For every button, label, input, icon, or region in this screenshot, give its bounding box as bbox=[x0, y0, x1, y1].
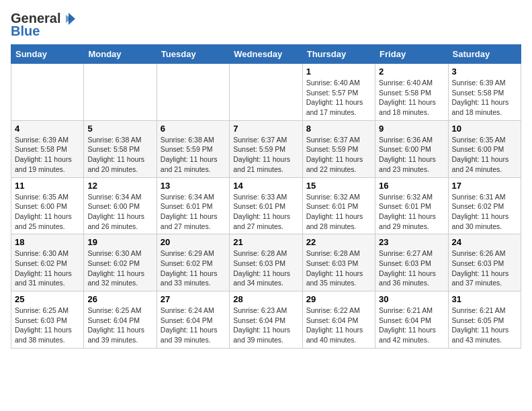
calendar-cell: 18Sunrise: 6:30 AM Sunset: 6:02 PM Dayli… bbox=[11, 234, 84, 291]
calendar-cell: 12Sunrise: 6:34 AM Sunset: 6:00 PM Dayli… bbox=[84, 177, 157, 234]
day-number: 28 bbox=[233, 294, 298, 304]
column-header-monday: Monday bbox=[84, 45, 157, 64]
day-info: Sunrise: 6:36 AM Sunset: 6:00 PM Dayligh… bbox=[379, 135, 444, 175]
calendar-cell: 30Sunrise: 6:21 AM Sunset: 6:04 PM Dayli… bbox=[375, 291, 448, 349]
day-info: Sunrise: 6:38 AM Sunset: 5:59 PM Dayligh… bbox=[161, 135, 226, 175]
calendar-cell: 21Sunrise: 6:28 AM Sunset: 6:03 PM Dayli… bbox=[230, 234, 302, 291]
calendar-cell: 23Sunrise: 6:27 AM Sunset: 6:03 PM Dayli… bbox=[375, 234, 448, 291]
day-number: 7 bbox=[233, 124, 298, 134]
day-info: Sunrise: 6:39 AM Sunset: 5:58 PM Dayligh… bbox=[15, 135, 80, 175]
calendar-cell bbox=[11, 64, 84, 121]
calendar-cell: 2Sunrise: 6:40 AM Sunset: 5:58 PM Daylig… bbox=[375, 64, 448, 121]
calendar-cell: 4Sunrise: 6:39 AM Sunset: 5:58 PM Daylig… bbox=[11, 120, 84, 177]
calendar-cell: 24Sunrise: 6:26 AM Sunset: 6:03 PM Dayli… bbox=[448, 234, 521, 291]
day-info: Sunrise: 6:40 AM Sunset: 5:57 PM Dayligh… bbox=[306, 78, 371, 118]
logo: General Blue bbox=[11, 11, 77, 39]
day-info: Sunrise: 6:40 AM Sunset: 5:58 PM Dayligh… bbox=[379, 78, 444, 118]
day-info: Sunrise: 6:32 AM Sunset: 6:01 PM Dayligh… bbox=[379, 192, 444, 232]
calendar-cell: 5Sunrise: 6:38 AM Sunset: 5:58 PM Daylig… bbox=[84, 120, 157, 177]
day-number: 16 bbox=[379, 181, 444, 191]
day-number: 11 bbox=[15, 181, 80, 191]
day-number: 9 bbox=[379, 124, 444, 134]
calendar-week-row: 25Sunrise: 6:25 AM Sunset: 6:03 PM Dayli… bbox=[11, 291, 521, 349]
calendar-cell: 25Sunrise: 6:25 AM Sunset: 6:03 PM Dayli… bbox=[11, 291, 84, 349]
day-info: Sunrise: 6:31 AM Sunset: 6:02 PM Dayligh… bbox=[452, 192, 517, 232]
day-number: 27 bbox=[161, 294, 226, 304]
calendar-cell: 29Sunrise: 6:22 AM Sunset: 6:04 PM Dayli… bbox=[302, 291, 375, 349]
day-info: Sunrise: 6:25 AM Sunset: 6:03 PM Dayligh… bbox=[15, 306, 80, 345]
day-number: 25 bbox=[15, 294, 80, 304]
day-info: Sunrise: 6:35 AM Sunset: 6:00 PM Dayligh… bbox=[15, 192, 80, 232]
day-info: Sunrise: 6:29 AM Sunset: 6:02 PM Dayligh… bbox=[161, 248, 226, 288]
calendar-cell: 28Sunrise: 6:23 AM Sunset: 6:04 PM Dayli… bbox=[230, 291, 302, 349]
day-number: 29 bbox=[306, 294, 371, 304]
day-info: Sunrise: 6:28 AM Sunset: 6:03 PM Dayligh… bbox=[233, 248, 298, 288]
calendar-cell: 6Sunrise: 6:38 AM Sunset: 5:59 PM Daylig… bbox=[157, 120, 229, 177]
day-number: 19 bbox=[87, 237, 152, 247]
calendar-week-row: 11Sunrise: 6:35 AM Sunset: 6:00 PM Dayli… bbox=[11, 177, 521, 234]
day-info: Sunrise: 6:30 AM Sunset: 6:02 PM Dayligh… bbox=[15, 248, 80, 288]
day-number: 14 bbox=[233, 181, 298, 191]
calendar-cell: 8Sunrise: 6:37 AM Sunset: 5:59 PM Daylig… bbox=[302, 120, 375, 177]
day-number: 15 bbox=[306, 181, 371, 191]
day-info: Sunrise: 6:30 AM Sunset: 6:02 PM Dayligh… bbox=[87, 248, 152, 288]
column-header-wednesday: Wednesday bbox=[230, 45, 302, 64]
calendar-cell: 9Sunrise: 6:36 AM Sunset: 6:00 PM Daylig… bbox=[375, 120, 448, 177]
day-number: 1 bbox=[306, 66, 371, 77]
day-number: 2 bbox=[379, 66, 444, 77]
day-info: Sunrise: 6:34 AM Sunset: 6:00 PM Dayligh… bbox=[87, 192, 152, 232]
calendar-week-row: 4Sunrise: 6:39 AM Sunset: 5:58 PM Daylig… bbox=[11, 120, 521, 177]
day-number: 21 bbox=[233, 237, 298, 247]
day-number: 30 bbox=[379, 294, 444, 304]
day-info: Sunrise: 6:34 AM Sunset: 6:01 PM Dayligh… bbox=[161, 192, 226, 232]
day-number: 4 bbox=[15, 124, 80, 134]
day-number: 13 bbox=[161, 181, 226, 191]
calendar-cell: 10Sunrise: 6:35 AM Sunset: 6:00 PM Dayli… bbox=[448, 120, 521, 177]
calendar-cell: 11Sunrise: 6:35 AM Sunset: 6:00 PM Dayli… bbox=[11, 177, 84, 234]
day-number: 18 bbox=[15, 237, 80, 247]
day-info: Sunrise: 6:21 AM Sunset: 6:04 PM Dayligh… bbox=[379, 306, 444, 345]
day-info: Sunrise: 6:33 AM Sunset: 6:01 PM Dayligh… bbox=[233, 192, 298, 232]
day-number: 26 bbox=[87, 294, 152, 304]
day-info: Sunrise: 6:39 AM Sunset: 5:58 PM Dayligh… bbox=[452, 78, 517, 118]
day-number: 5 bbox=[87, 124, 152, 134]
calendar-cell: 1Sunrise: 6:40 AM Sunset: 5:57 PM Daylig… bbox=[302, 64, 375, 121]
calendar-cell: 7Sunrise: 6:37 AM Sunset: 5:59 PM Daylig… bbox=[230, 120, 302, 177]
logo-bird-icon bbox=[62, 11, 77, 26]
calendar-cell: 13Sunrise: 6:34 AM Sunset: 6:01 PM Dayli… bbox=[157, 177, 229, 234]
day-number: 22 bbox=[306, 237, 371, 247]
calendar-cell: 14Sunrise: 6:33 AM Sunset: 6:01 PM Dayli… bbox=[230, 177, 302, 234]
calendar-cell: 3Sunrise: 6:39 AM Sunset: 5:58 PM Daylig… bbox=[448, 64, 521, 121]
calendar-cell: 16Sunrise: 6:32 AM Sunset: 6:01 PM Dayli… bbox=[375, 177, 448, 234]
column-header-saturday: Saturday bbox=[448, 45, 521, 64]
calendar-week-row: 1Sunrise: 6:40 AM Sunset: 5:57 PM Daylig… bbox=[11, 64, 521, 121]
column-header-sunday: Sunday bbox=[11, 45, 84, 64]
calendar-cell bbox=[157, 64, 229, 121]
day-number: 17 bbox=[452, 181, 517, 191]
day-info: Sunrise: 6:38 AM Sunset: 5:58 PM Dayligh… bbox=[87, 135, 152, 175]
day-info: Sunrise: 6:21 AM Sunset: 6:05 PM Dayligh… bbox=[452, 306, 517, 345]
calendar-cell bbox=[84, 64, 157, 121]
calendar-cell: 27Sunrise: 6:24 AM Sunset: 6:04 PM Dayli… bbox=[157, 291, 229, 349]
day-info: Sunrise: 6:23 AM Sunset: 6:04 PM Dayligh… bbox=[233, 306, 298, 345]
day-number: 3 bbox=[452, 66, 517, 77]
day-info: Sunrise: 6:32 AM Sunset: 6:01 PM Dayligh… bbox=[306, 192, 371, 232]
column-header-friday: Friday bbox=[375, 45, 448, 64]
day-info: Sunrise: 6:27 AM Sunset: 6:03 PM Dayligh… bbox=[379, 248, 444, 288]
day-info: Sunrise: 6:37 AM Sunset: 5:59 PM Dayligh… bbox=[233, 135, 298, 175]
day-number: 24 bbox=[452, 237, 517, 247]
day-number: 12 bbox=[87, 181, 152, 191]
day-info: Sunrise: 6:22 AM Sunset: 6:04 PM Dayligh… bbox=[306, 306, 371, 345]
calendar-cell: 26Sunrise: 6:25 AM Sunset: 6:04 PM Dayli… bbox=[84, 291, 157, 349]
day-number: 31 bbox=[452, 294, 517, 304]
day-number: 10 bbox=[452, 124, 517, 134]
column-header-thursday: Thursday bbox=[302, 45, 375, 64]
day-info: Sunrise: 6:35 AM Sunset: 6:00 PM Dayligh… bbox=[452, 135, 517, 175]
day-number: 6 bbox=[161, 124, 226, 134]
header: General Blue bbox=[11, 11, 521, 39]
column-header-tuesday: Tuesday bbox=[157, 45, 229, 64]
day-info: Sunrise: 6:25 AM Sunset: 6:04 PM Dayligh… bbox=[87, 306, 152, 345]
calendar-cell: 17Sunrise: 6:31 AM Sunset: 6:02 PM Dayli… bbox=[448, 177, 521, 234]
day-info: Sunrise: 6:24 AM Sunset: 6:04 PM Dayligh… bbox=[161, 306, 226, 345]
calendar-cell bbox=[230, 64, 302, 121]
